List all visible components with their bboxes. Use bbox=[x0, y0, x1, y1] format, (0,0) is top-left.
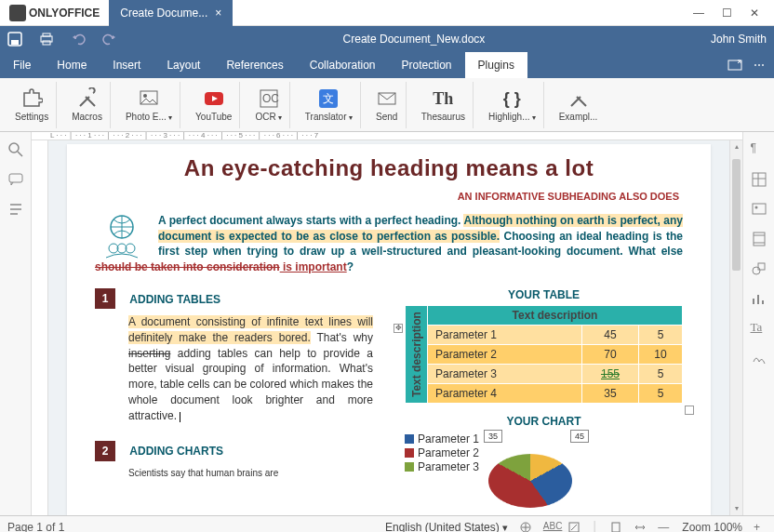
close-tab-icon[interactable]: × bbox=[215, 7, 221, 20]
print-icon[interactable] bbox=[39, 32, 54, 47]
menu-plugins[interactable]: Plugins bbox=[465, 52, 527, 78]
section-title: ADDING CHARTS bbox=[129, 445, 223, 458]
table-move-handle[interactable]: ✥ bbox=[394, 324, 403, 333]
document-subheading[interactable]: AN INFORMATIVE SUBHEADING ALSO DOES bbox=[95, 191, 679, 202]
section-1[interactable]: 1 ADDING TABLES A document consisting of… bbox=[95, 288, 373, 424]
redo-icon[interactable] bbox=[102, 32, 117, 47]
spellcheck-icon[interactable] bbox=[519, 521, 532, 533]
scroll-thumb[interactable] bbox=[732, 159, 741, 271]
document-page[interactable]: An eye-catching heading means a lot AN I… bbox=[67, 144, 711, 515]
table-row: Parameter 1455 bbox=[406, 326, 683, 345]
envelope-icon bbox=[376, 87, 398, 110]
left-sidebar bbox=[0, 132, 32, 515]
ribbon-ocr[interactable]: OCR OCR bbox=[247, 82, 289, 128]
fit-page-icon[interactable] bbox=[609, 521, 622, 533]
ribbon-youtube[interactable]: YouTube bbox=[188, 82, 240, 128]
app-logo: ONLYOFFICE bbox=[0, 5, 109, 21]
chart[interactable]: Parameter 1 Parameter 2 Parameter 3 35 4… bbox=[405, 432, 683, 506]
puzzle-icon bbox=[20, 87, 43, 110]
textart-icon[interactable]: Ta bbox=[751, 320, 767, 337]
image-settings-icon[interactable] bbox=[751, 201, 767, 218]
shape-settings-icon[interactable] bbox=[751, 260, 767, 277]
translate-icon: 文 bbox=[317, 87, 340, 110]
close-window-button[interactable]: ✕ bbox=[748, 7, 761, 20]
document-heading[interactable]: An eye-catching heading means a lot bbox=[95, 155, 683, 181]
scroll-up-icon[interactable]: ▴ bbox=[730, 140, 742, 153]
vertical-scrollbar[interactable]: ▴ ▾ bbox=[729, 140, 742, 515]
ribbon-send[interactable]: Send bbox=[368, 82, 407, 128]
logo-icon bbox=[9, 5, 26, 21]
open-location-icon[interactable] bbox=[727, 58, 742, 73]
track-changes-icon[interactable] bbox=[567, 521, 580, 533]
window-controls: — ☐ ✕ bbox=[692, 7, 774, 20]
table-resize-handle[interactable] bbox=[685, 406, 694, 415]
ribbon: Settings Macros Photo E... YouTube OCR O… bbox=[0, 78, 774, 132]
zoom-in-icon[interactable]: + bbox=[754, 521, 767, 533]
horizontal-ruler[interactable]: L · · · │ · · · 1 · · · │ · · · 2 · · · … bbox=[32, 132, 742, 140]
image-icon bbox=[138, 87, 160, 110]
th-icon: Th bbox=[432, 87, 454, 110]
ribbon-highlight[interactable]: { } Highligh... bbox=[481, 82, 544, 128]
workspace: L · · · │ · · · 1 · · · │ · · · 2 · · · … bbox=[0, 132, 774, 515]
menu-layout[interactable]: Layout bbox=[153, 52, 213, 78]
section-title: ADDING TABLES bbox=[129, 293, 220, 306]
table[interactable]: ✥ Text description Text description Para… bbox=[405, 305, 683, 404]
zoom-level[interactable]: Zoom 100% bbox=[682, 521, 742, 533]
lead-paragraph[interactable]: A perfect document always starts with a … bbox=[95, 213, 683, 275]
menu-file[interactable]: File bbox=[0, 52, 44, 78]
ribbon-photo-editor[interactable]: Photo E... bbox=[118, 82, 180, 128]
ribbon-label: OCR bbox=[255, 112, 281, 122]
chart-callout: 35 bbox=[484, 430, 502, 443]
scroll-down-icon[interactable]: ▾ bbox=[730, 502, 742, 515]
minimize-button[interactable]: — bbox=[692, 7, 705, 20]
section-2[interactable]: 2 ADDING CHARTS Scientists say that huma… bbox=[95, 441, 373, 480]
signature-icon[interactable] bbox=[751, 350, 767, 366]
menu-home[interactable]: Home bbox=[44, 52, 100, 78]
right-sidebar: ¶ Ta bbox=[742, 132, 774, 515]
tools2-icon bbox=[567, 87, 590, 110]
chart-settings-icon[interactable] bbox=[751, 290, 767, 307]
table-title: YOUR TABLE bbox=[405, 288, 683, 301]
maximize-button[interactable]: ☐ bbox=[720, 7, 733, 20]
ribbon-example[interactable]: Exampl... bbox=[552, 82, 606, 128]
table-settings-icon[interactable] bbox=[751, 171, 767, 188]
ribbon-label: Exampl... bbox=[559, 112, 598, 122]
ribbon-label: Highligh... bbox=[488, 112, 536, 122]
menu-insert[interactable]: Insert bbox=[100, 52, 153, 78]
ribbon-macros[interactable]: Macros bbox=[64, 82, 111, 128]
ribbon-translator[interactable]: 文 Translator bbox=[298, 82, 361, 128]
header-footer-icon[interactable] bbox=[751, 231, 767, 247]
ribbon-settings[interactable]: Settings bbox=[7, 82, 57, 128]
section-body[interactable]: A document consisting of infinite text l… bbox=[128, 314, 373, 424]
svg-point-24 bbox=[753, 267, 760, 274]
spellcheck2-icon[interactable]: ABC bbox=[543, 521, 556, 533]
svg-point-14 bbox=[9, 143, 19, 153]
ribbon-thesaurus[interactable]: Th Thesaurus bbox=[414, 82, 474, 128]
page-canvas[interactable]: An eye-catching heading means a lot AN I… bbox=[48, 140, 729, 515]
svg-point-22 bbox=[754, 206, 757, 209]
menu-references[interactable]: References bbox=[213, 52, 296, 78]
headings-icon[interactable] bbox=[7, 201, 24, 218]
fit-width-icon[interactable] bbox=[634, 521, 647, 533]
paragraph-icon[interactable]: ¶ bbox=[751, 141, 767, 158]
document-tab[interactable]: Create Docume... × bbox=[109, 0, 233, 26]
editor-area: L · · · │ · · · 1 · · · │ · · · 2 · · · … bbox=[32, 132, 742, 515]
lead-text: A perfect document always starts with a … bbox=[158, 214, 463, 227]
section-body[interactable]: Scientists say that human brains are bbox=[128, 467, 373, 480]
search-icon[interactable] bbox=[7, 141, 24, 158]
comments-icon[interactable] bbox=[7, 171, 24, 188]
page-indicator[interactable]: Page 1 of 1 bbox=[7, 521, 64, 533]
language-select[interactable]: English (United States) ▾ bbox=[385, 521, 508, 533]
vertical-ruler[interactable] bbox=[32, 140, 48, 515]
save-icon[interactable] bbox=[7, 32, 22, 47]
undo-icon[interactable] bbox=[71, 32, 86, 47]
more-icon[interactable]: ⋯ bbox=[754, 59, 765, 72]
menu-protection[interactable]: Protection bbox=[389, 52, 465, 78]
table-row: Parameter 27010 bbox=[406, 345, 683, 365]
table-main-header: Text description bbox=[428, 306, 683, 326]
ribbon-label: Photo E... bbox=[126, 112, 172, 122]
zoom-out-icon[interactable]: — bbox=[658, 521, 671, 533]
menu-collaboration[interactable]: Collaboration bbox=[297, 52, 389, 78]
user-name[interactable]: John Smith bbox=[711, 33, 767, 46]
svg-text:文: 文 bbox=[323, 92, 334, 105]
